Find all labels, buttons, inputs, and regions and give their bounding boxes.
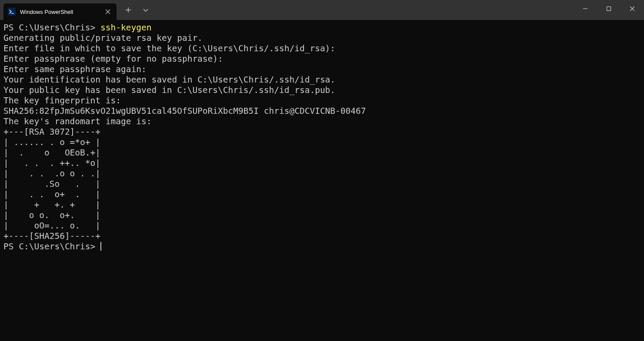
output-line: The key fingerprint is: <box>3 96 121 106</box>
output-line: Enter file in which to save the key (C:\… <box>3 43 335 53</box>
output-line: Your identification has been saved in C:… <box>3 75 335 85</box>
output-line: | . o OEoB.+| <box>3 148 100 158</box>
svg-rect-0 <box>8 8 15 15</box>
output-line: Generating public/private rsa key pair. <box>3 33 203 43</box>
output-line: Your public key has been saved in C:\Use… <box>3 85 335 95</box>
command-text: ssh-keygen <box>100 23 151 33</box>
chevron-down-icon <box>143 7 149 13</box>
powershell-icon <box>8 8 16 16</box>
maximize-button[interactable] <box>597 0 621 17</box>
output-line: +---[RSA 3072]----+ <box>3 127 100 137</box>
close-window-button[interactable] <box>621 0 644 17</box>
output-line: | oO=... o. | <box>3 221 100 231</box>
titlebar: Windows PowerShell <box>0 0 644 20</box>
output-line: | . . . ++.. *o| <box>3 158 100 168</box>
output-line: | + +. + | <box>3 200 100 210</box>
minimize-icon <box>583 6 588 11</box>
cursor <box>100 242 101 251</box>
close-icon <box>630 6 635 11</box>
prompt: PS C:\Users\Chris> <box>3 242 100 252</box>
minimize-button[interactable] <box>574 0 597 17</box>
prompt: PS C:\Users\Chris> <box>3 23 100 33</box>
terminal-area[interactable]: PS C:\Users\Chris> ssh-keygen Generating… <box>0 20 644 341</box>
output-line: The key's randomart image is: <box>3 116 151 126</box>
close-icon <box>105 9 110 14</box>
output-line: | . . o+ . | <box>3 189 100 199</box>
maximize-icon <box>606 6 611 11</box>
tab-title: Windows PowerShell <box>20 9 99 15</box>
plus-icon <box>125 7 131 13</box>
window-controls <box>574 0 644 17</box>
output-line: SHA256:82fpJmSu6KsvO21wgUBV51cal45OfSUPo… <box>3 106 366 116</box>
output-line: | .So . | <box>3 179 100 189</box>
new-tab-button[interactable] <box>121 3 136 17</box>
output-line: | o o. o+. | <box>3 210 100 220</box>
svg-rect-7 <box>607 7 611 11</box>
tab-powershell[interactable]: Windows PowerShell <box>3 3 117 20</box>
tab-close-button[interactable] <box>103 7 112 16</box>
output-line: +----[SHA256]-----+ <box>3 231 100 241</box>
output-line: Enter passphrase (empty for no passphras… <box>3 54 223 64</box>
output-line: | . . .o o . .| <box>3 169 100 179</box>
tab-strip: Windows PowerShell <box>0 0 153 20</box>
output-line: | ...... . o =*o+ | <box>3 137 100 147</box>
tab-dropdown-button[interactable] <box>138 3 153 17</box>
tab-actions <box>117 0 153 20</box>
output-line: Enter same passphrase again: <box>3 64 147 74</box>
